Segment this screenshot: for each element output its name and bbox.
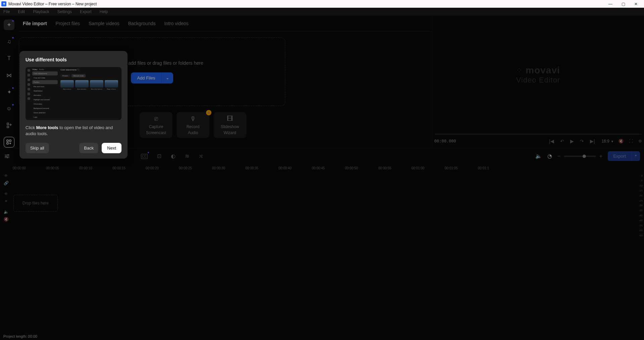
zoom-out-button[interactable]: −: [557, 153, 560, 159]
ruler-mark: 00:01:00: [411, 166, 425, 170]
minimize-button[interactable]: —: [607, 1, 614, 7]
capture-screencast-card[interactable]: ⎚ Capture Screencast: [140, 112, 172, 138]
zoom-in-button[interactable]: +: [599, 153, 602, 159]
next-button[interactable]: Next: [102, 143, 121, 153]
speed-icon: ◔: [547, 153, 552, 159]
sidebar-effects-button[interactable]: ✦: [4, 87, 14, 97]
ruler-mark: 00:00:15: [112, 166, 126, 170]
music-icon: ♫: [7, 39, 11, 45]
mute-button[interactable]: 🔇: [618, 139, 624, 144]
brand-dots-icon: ⁘: [516, 66, 522, 75]
add-files-button[interactable]: Add Files: [131, 72, 161, 83]
timeline-tracks[interactable]: Drop files here: [12, 172, 627, 239]
maximize-button[interactable]: ▢: [620, 1, 627, 7]
crop-tool-button[interactable]: ⊡: [157, 153, 161, 159]
card-label: Wizard: [224, 130, 236, 135]
ruler-mark: 00:00:30: [212, 166, 225, 170]
sidebar-elements-button[interactable]: [4, 120, 14, 131]
window-title: Movavi Video Editor – Free version – New…: [8, 2, 607, 6]
meter-value: -25: [629, 199, 643, 202]
sidebar-import-button[interactable]: +: [4, 19, 14, 30]
track-options-button[interactable]: [4, 153, 10, 159]
chevron-down-icon: ▾: [635, 154, 637, 157]
track-visibility-button[interactable]: 👁: [0, 190, 12, 197]
ruler-mark: 00:00:05: [46, 166, 59, 170]
sidebar-music-button[interactable]: ♫: [4, 36, 14, 47]
slideshow-icon: 🎞: [227, 115, 233, 122]
sidebar-stickers-button[interactable]: ☺: [4, 103, 14, 114]
timeline-ruler[interactable]: 00:00:0000:00:0500:00:1000:00:1500:00:20…: [0, 164, 644, 172]
track-audio-button[interactable]: 🔈: [0, 208, 12, 216]
color-tool-button[interactable]: ◐: [171, 153, 176, 159]
settings-button[interactable]: ⚙: [638, 139, 642, 144]
prev-frame-button[interactable]: |◀: [549, 138, 554, 144]
notification-dot-icon: [148, 152, 149, 153]
mic-icon: 🎙: [190, 115, 196, 122]
cc-tool-button[interactable]: CC: [141, 153, 148, 159]
menu-export[interactable]: Export: [80, 9, 92, 14]
chevron-down-icon: ⌄: [166, 75, 169, 80]
export-button[interactable]: Export: [608, 151, 631, 161]
tooltip-buttons: Skip all Back Next: [26, 143, 121, 153]
meter-value: -55: [629, 229, 643, 232]
sidebar-text-button[interactable]: T: [4, 53, 14, 64]
card-label: Screencast: [146, 130, 166, 135]
track-effects-button[interactable]: ✦: [0, 197, 12, 205]
brand-logo: ⁘ movavi Video Editor: [516, 65, 560, 84]
zoom-thumb[interactable]: [583, 155, 586, 158]
menu-edit[interactable]: Edit: [18, 9, 25, 14]
track-visibility-button[interactable]: 👁: [0, 172, 12, 179]
tab-backgrounds[interactable]: Backgrounds: [128, 16, 156, 31]
record-audio-card[interactable]: ♛ 🎙 Record Audio: [177, 112, 209, 138]
sidebar-more-tools-button[interactable]: [4, 137, 14, 148]
ruler-mark: 00:00:00: [13, 166, 26, 170]
play-button[interactable]: ▶: [570, 138, 574, 144]
meter-value: -45: [629, 219, 643, 222]
menu-settings[interactable]: Settings: [57, 9, 72, 14]
menu-help[interactable]: Help: [100, 9, 108, 14]
close-button[interactable]: ✕: [633, 1, 639, 7]
speaker-icon: 🔈: [535, 153, 542, 159]
drop-placeholder-text: Drop files here: [22, 201, 49, 206]
fullscreen-button[interactable]: ⛶: [629, 139, 633, 144]
meter-value: -10: [629, 184, 643, 187]
zoom-slider[interactable]: [564, 156, 596, 157]
redo-button[interactable]: ↷: [580, 138, 584, 144]
sliders-icon: [4, 153, 10, 159]
track-mute-button[interactable]: 🔇: [0, 216, 12, 223]
tab-file-import[interactable]: File import: [23, 16, 47, 31]
preview-panel: ⁘ movavi Video Editor 00:00.000 |◀ ↶ ▶ ↷…: [432, 15, 644, 148]
aspect-ratio-selector[interactable]: 16:9 ▾: [602, 139, 613, 144]
preview-canvas: ⁘ movavi Video Editor: [432, 15, 644, 134]
eye-icon: 👁: [4, 191, 8, 196]
zoom-controls: − +: [557, 153, 603, 159]
notification-dot-icon: [12, 20, 14, 22]
svg-point-5: [7, 157, 8, 158]
undo-button[interactable]: ↶: [560, 138, 564, 144]
back-button[interactable]: Back: [79, 143, 98, 153]
slideshow-wizard-card[interactable]: 🎞 Slideshow Wizard: [213, 112, 246, 138]
skip-all-button[interactable]: Skip all: [26, 143, 49, 153]
track-drop-placeholder[interactable]: Drop files here: [13, 195, 58, 212]
next-frame-button[interactable]: ▶|: [590, 138, 595, 144]
ruler-mark: 00:00:10: [79, 166, 92, 170]
notification-dot-icon: [12, 87, 14, 89]
tab-project-files[interactable]: Project files: [56, 16, 80, 31]
shuffle-tool-button[interactable]: ⤭: [199, 153, 203, 159]
tab-sample-videos[interactable]: Sample videos: [89, 16, 119, 31]
menu-playback[interactable]: Playback: [33, 9, 49, 14]
speed-tool-button[interactable]: ◔: [547, 153, 552, 159]
meter-value: -5: [629, 179, 643, 182]
sidebar-transition-button[interactable]: ⋈: [4, 70, 14, 80]
screencast-icon: ⎚: [154, 115, 158, 122]
menu-file[interactable]: File: [3, 9, 10, 14]
tab-intro-videos[interactable]: Intro videos: [164, 16, 188, 31]
adjust-tool-button[interactable]: ≋: [185, 153, 189, 159]
export-dropdown[interactable]: ▾: [631, 151, 640, 161]
track-link-button[interactable]: 🔗: [0, 179, 12, 187]
audio-tool-button[interactable]: 🔈: [535, 153, 542, 159]
add-files-dropdown[interactable]: ⌄: [162, 72, 173, 83]
ruler-mark: 00:00:50: [345, 166, 358, 170]
meter-value: 0: [629, 174, 643, 177]
ruler-mark: 00:00:40: [279, 166, 292, 170]
